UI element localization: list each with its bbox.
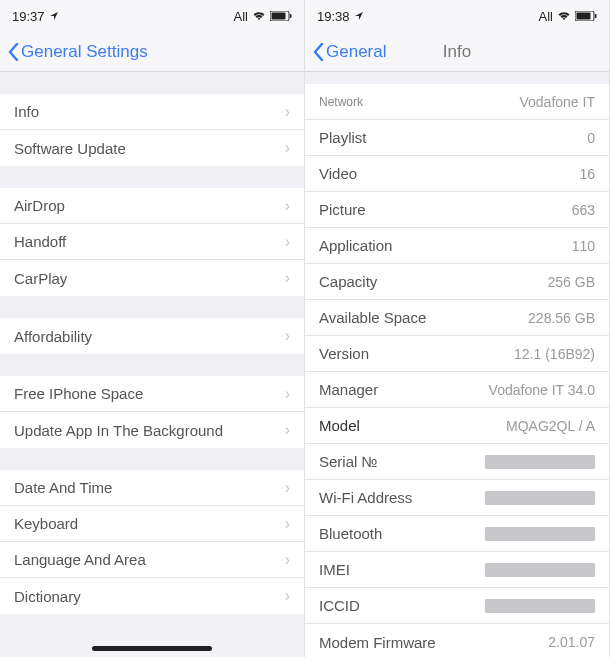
row-value: 110 xyxy=(572,238,595,254)
chevron-right-icon: › xyxy=(285,233,290,251)
row-label: Manager xyxy=(319,381,378,398)
settings-row[interactable]: Update App In The Background› xyxy=(0,412,304,448)
settings-row[interactable]: Affordability› xyxy=(0,318,304,354)
status-time: 19:38 xyxy=(317,9,350,24)
row-value: 2.01.07 xyxy=(548,634,595,650)
settings-row[interactable]: Dictionary› xyxy=(0,578,304,614)
row-label: Free IPhone Space xyxy=(14,385,143,402)
settings-list: Info›Software Update›AirDrop›Handoff›Car… xyxy=(0,72,304,614)
row-label: CarPlay xyxy=(14,270,67,287)
location-icon xyxy=(49,11,59,21)
status-carrier: All xyxy=(539,9,553,24)
location-icon xyxy=(354,11,364,21)
row-label: Available Space xyxy=(319,309,426,326)
settings-row[interactable]: Software Update› xyxy=(0,130,304,166)
info-row: Video16 xyxy=(305,156,609,192)
info-row: ManagerVodafone IT 34.0 xyxy=(305,372,609,408)
chevron-right-icon: › xyxy=(285,327,290,345)
chevron-left-icon xyxy=(8,43,19,61)
back-button[interactable]: General Settings xyxy=(8,42,148,62)
home-indicator[interactable] xyxy=(92,646,212,651)
chevron-right-icon: › xyxy=(285,269,290,287)
info-row: Bluetooth xyxy=(305,516,609,552)
chevron-right-icon: › xyxy=(285,551,290,569)
chevron-right-icon: › xyxy=(285,479,290,497)
svg-rect-2 xyxy=(290,14,292,18)
nav-bar: General Info xyxy=(305,32,609,72)
info-row: Version12.1 (16B92) xyxy=(305,336,609,372)
row-label: AirDrop xyxy=(14,197,65,214)
chevron-left-icon xyxy=(313,43,324,61)
row-label: Update App In The Background xyxy=(14,422,223,439)
svg-rect-4 xyxy=(577,13,591,20)
redacted-value xyxy=(485,599,595,613)
chevron-right-icon: › xyxy=(285,385,290,403)
row-label: Keyboard xyxy=(14,515,78,532)
nav-title: Info xyxy=(443,42,471,62)
row-label: Serial № xyxy=(319,453,378,470)
settings-row[interactable]: Handoff› xyxy=(0,224,304,260)
info-row: Modem Firmware2.01.07 xyxy=(305,624,609,657)
row-label: Model xyxy=(319,417,360,434)
row-label: Dictionary xyxy=(14,588,81,605)
info-row: ICCID xyxy=(305,588,609,624)
info-row: Wi-Fi Address xyxy=(305,480,609,516)
nav-bar: General Settings xyxy=(0,32,304,72)
phone-left: 19:37 All General Settings Info›Software… xyxy=(0,0,305,657)
settings-row[interactable]: Info› xyxy=(0,94,304,130)
svg-rect-1 xyxy=(272,13,286,20)
info-row: ModelMQAG2QL / A xyxy=(305,408,609,444)
row-label: Wi-Fi Address xyxy=(319,489,412,506)
row-label: Date And Time xyxy=(14,479,112,496)
row-label: Version xyxy=(319,345,369,362)
settings-row[interactable]: Keyboard› xyxy=(0,506,304,542)
status-bar: 19:38 All xyxy=(305,0,609,32)
battery-icon xyxy=(575,11,597,21)
info-row: Capacity256 GB xyxy=(305,264,609,300)
chevron-right-icon: › xyxy=(285,515,290,533)
battery-icon xyxy=(270,11,292,21)
back-label: General Settings xyxy=(21,42,148,62)
chevron-right-icon: › xyxy=(285,587,290,605)
row-value: MQAG2QL / A xyxy=(506,418,595,434)
chevron-right-icon: › xyxy=(285,103,290,121)
redacted-value xyxy=(485,563,595,577)
svg-rect-5 xyxy=(595,14,597,18)
info-row: IMEI xyxy=(305,552,609,588)
row-label: Software Update xyxy=(14,140,126,157)
row-value: 12.1 (16B92) xyxy=(514,346,595,362)
chevron-right-icon: › xyxy=(285,421,290,439)
settings-row[interactable]: Free IPhone Space› xyxy=(0,376,304,412)
row-label: Video xyxy=(319,165,357,182)
status-time: 19:37 xyxy=(12,9,45,24)
row-label: Picture xyxy=(319,201,366,218)
redacted-value xyxy=(485,455,595,469)
status-carrier: All xyxy=(234,9,248,24)
info-row: Application110 xyxy=(305,228,609,264)
settings-row[interactable]: Date And Time› xyxy=(0,470,304,506)
row-value: 16 xyxy=(579,166,595,182)
back-label: General xyxy=(326,42,386,62)
settings-row[interactable]: CarPlay› xyxy=(0,260,304,296)
settings-row[interactable]: AirDrop› xyxy=(0,188,304,224)
settings-row[interactable]: Language And Area› xyxy=(0,542,304,578)
row-value: 256 GB xyxy=(548,274,595,290)
row-label: Application xyxy=(319,237,392,254)
chevron-right-icon: › xyxy=(285,139,290,157)
row-value: Vodafone IT 34.0 xyxy=(489,382,595,398)
row-value: 0 xyxy=(587,130,595,146)
row-value: 663 xyxy=(572,202,595,218)
row-label: Modem Firmware xyxy=(319,634,436,651)
status-bar: 19:37 All xyxy=(0,0,304,32)
row-label: Affordability xyxy=(14,328,92,345)
info-row: NetworkVodafone IT xyxy=(305,84,609,120)
chevron-right-icon: › xyxy=(285,197,290,215)
phone-right: 19:38 All General Info NetworkVodafone I… xyxy=(305,0,610,657)
info-list: NetworkVodafone ITPlaylist0Video16Pictur… xyxy=(305,72,609,657)
row-label: Network xyxy=(319,95,363,109)
row-label: Handoff xyxy=(14,233,66,250)
back-button[interactable]: General xyxy=(313,42,386,62)
info-row: Playlist0 xyxy=(305,120,609,156)
row-label: Bluetooth xyxy=(319,525,382,542)
row-label: Language And Area xyxy=(14,551,146,568)
